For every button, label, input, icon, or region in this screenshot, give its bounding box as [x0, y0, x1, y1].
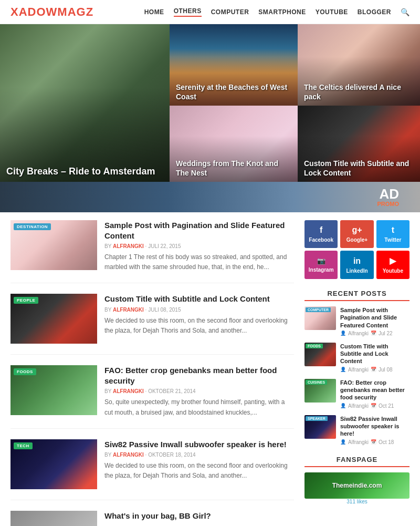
hero-grid: City Breaks – Ride to Amsterdam Serenity… — [0, 24, 420, 182]
post-thumb-3[interactable]: FOODS — [10, 365, 97, 415]
post-excerpt-3: So, quite unexpectedly, my brother found… — [104, 397, 294, 417]
person-icon: 👤 — [340, 439, 346, 445]
person-icon: 👤 — [340, 367, 346, 372]
fanspage-thumb[interactable]: Themeindie.com — [304, 472, 410, 499]
recent-thumb-3[interactable]: CUISINES — [304, 379, 336, 403]
instagram-label: Instagram — [309, 267, 334, 273]
recent-info-3: FAO: Better crop genebanks mean better f… — [340, 379, 410, 409]
search-icon[interactable]: 🔍 — [401, 8, 410, 16]
post-thumb-2[interactable]: PEOPLE — [10, 294, 97, 344]
recent-thumb-4[interactable]: SPEAKER — [304, 415, 336, 439]
recent-post-item: COMPUTER Sample Post with Pagination and… — [304, 306, 410, 336]
nav-smartphone[interactable]: SMARTPHONE — [258, 8, 306, 16]
hero-amsterdam-title: City Breaks – Ride to Amsterdam — [6, 166, 163, 178]
recent-thumb-1[interactable]: COMPUTER — [304, 306, 336, 330]
hero-westcoast[interactable]: Serenity at the Beaches of West Coast — [170, 24, 298, 106]
hero-wedding-title: Weddings from The Knot and The Nest — [176, 159, 291, 178]
googleplus-button[interactable]: g+ Google+ — [340, 220, 373, 248]
ad-banner: AD PROMO — [0, 182, 420, 212]
linkedin-label: LinkedIn — [346, 268, 368, 274]
facebook-icon: f — [320, 225, 322, 235]
post-content-1: Sample Post with Pagination and Slide Fe… — [104, 220, 294, 272]
recent-badge-1: COMPUTER — [306, 307, 331, 312]
hero-headphones[interactable]: Custom Title with Subtitle and Lock Cont… — [298, 106, 420, 182]
post-title-4[interactable]: Siw82 Passive Inwall subwoofer speaker i… — [104, 439, 294, 450]
nav-home[interactable]: HOME — [144, 8, 164, 16]
logo-black: XADOW — [10, 5, 57, 18]
main-nav: HOME OTHERS COMPUTER SMARTPHONE YOUTUBE … — [144, 7, 410, 17]
facebook-button[interactable]: f Facebook — [304, 220, 338, 248]
post-excerpt-1: Chapter 1 The rest of his body was so st… — [104, 252, 294, 272]
recent-badge-2: FOODS — [306, 344, 323, 348]
instagram-icon: 📷 — [317, 257, 326, 265]
post-author-1[interactable]: ALFRANGKI — [113, 243, 144, 249]
post-badge-1: DESTINATION — [14, 223, 51, 230]
post-title-5[interactable]: What's in your bag, BB Girl? — [104, 511, 294, 521]
recent-info-4: Siw82 Passive Inwall subwoofer speaker i… — [340, 415, 410, 445]
hero-headphones-title: Custom Title with Subtitle and Lock Cont… — [304, 159, 414, 178]
recent-post-item: FOODS Custom Title with Subtitle and Loc… — [304, 343, 410, 373]
recent-title-1[interactable]: Sample Post with Pagination and Slide Fe… — [340, 306, 410, 329]
hero-wedding[interactable]: Weddings from The Knot and The Nest — [170, 106, 298, 182]
recent-meta-4: 👤 Alfrangki 📅 Oct 18 — [340, 439, 410, 445]
post-content-4: Siw82 Passive Inwall subwoofer speaker i… — [104, 439, 294, 489]
post-item: TECH Siw82 Passive Inwall subwoofer spea… — [10, 439, 294, 500]
post-meta-3: BY ALFRANGKI · OKTOBER 21, 2014 — [104, 388, 294, 394]
recent-title-2[interactable]: Custom Title with Subtitle and Lock Cont… — [340, 343, 410, 365]
post-content-5: What's in your bag, BB Girl? — [104, 511, 294, 526]
hero-amsterdam[interactable]: City Breaks – Ride to Amsterdam — [0, 24, 170, 182]
post-thumb-4[interactable]: TECH — [10, 439, 97, 489]
instagram-button[interactable]: 📷 Instagram — [304, 251, 338, 279]
twitter-button[interactable]: t Twitter — [376, 220, 410, 248]
post-content-2: Custom Title with Subtitle and Lock Cont… — [104, 294, 294, 344]
calendar-icon: 📅 — [371, 439, 376, 445]
post-badge-4: TECH — [14, 442, 33, 449]
twitter-icon: t — [392, 225, 394, 235]
post-author-4[interactable]: ALFRANGKI — [113, 452, 144, 458]
ad-content: AD PROMO — [377, 187, 399, 207]
linkedin-button[interactable]: in LinkedIn — [340, 251, 373, 279]
recent-meta-2: 👤 Alfrangki 📅 Jul 08 — [340, 367, 410, 373]
logo[interactable]: XADOWMAGZ — [10, 5, 93, 19]
sidebar: f Facebook g+ Google+ t Twitter 📷 Instag… — [304, 220, 410, 526]
recent-info-2: Custom Title with Subtitle and Lock Cont… — [340, 343, 410, 373]
hero-westcoast-title: Serenity at the Beaches of West Coast — [176, 82, 291, 101]
hero-celtics[interactable]: The Celtics delivered A nice pack — [298, 24, 420, 106]
fanspage-section: FANSPAGE Themeindie.com 311 likes — [304, 456, 410, 504]
recent-posts-title: RECENT POSTS — [304, 290, 410, 301]
post-title-1[interactable]: Sample Post with Pagination and Slide Fe… — [104, 220, 294, 241]
post-thumb-1[interactable]: DESTINATION — [10, 220, 97, 270]
nav-computer[interactable]: COMPUTER — [211, 8, 249, 16]
youtube-button[interactable]: ▶ Youtube — [376, 251, 410, 279]
recent-meta-1: 👤 Alfrangki 📅 Jul 22 — [340, 331, 410, 336]
post-excerpt-2: We decided to use this room, on the seco… — [104, 316, 294, 336]
nav-blogger[interactable]: BLOGGER — [358, 8, 391, 16]
nav-others[interactable]: OTHERS — [174, 7, 202, 17]
post-thumb-5[interactable] — [10, 511, 97, 526]
calendar-icon: 📅 — [371, 331, 376, 336]
recent-thumb-2[interactable]: FOODS — [304, 343, 336, 366]
linkedin-icon: in — [353, 256, 361, 266]
hero-celtics-title: The Celtics delivered A nice pack — [304, 82, 414, 101]
recent-badge-4: SPEAKER — [306, 416, 328, 421]
nav-youtube[interactable]: YOUTUBE — [316, 8, 348, 16]
calendar-icon: 📅 — [371, 403, 376, 408]
post-author-2[interactable]: ALFRANGKI — [113, 307, 144, 313]
social-buttons: f Facebook g+ Google+ t Twitter 📷 Instag… — [304, 220, 410, 279]
calendar-icon: 📅 — [371, 367, 376, 372]
fanspage-site-name: Themeindie.com — [332, 482, 382, 489]
post-item: DESTINATION Sample Post with Pagination … — [10, 220, 294, 283]
twitter-label: Twitter — [384, 237, 401, 243]
recent-title-4[interactable]: Siw82 Passive Inwall subwoofer speaker i… — [340, 415, 410, 438]
post-excerpt-4: We decided to use this room, on the seco… — [104, 461, 294, 481]
post-title-3[interactable]: FAO: Better crop genebanks mean better f… — [104, 365, 294, 386]
post-title-2[interactable]: Custom Title with Subtitle and Lock Cont… — [104, 294, 294, 304]
post-meta-1: BY ALFRANGKI · JULI 22, 2015 — [104, 243, 294, 249]
header: XADOWMAGZ HOME OTHERS COMPUTER SMARTPHON… — [0, 0, 420, 24]
recent-info-1: Sample Post with Pagination and Slide Fe… — [340, 306, 410, 336]
post-author-3[interactable]: ALFRANGKI — [113, 388, 144, 394]
googleplus-label: Google+ — [346, 237, 368, 243]
post-badge-2: PEOPLE — [14, 297, 38, 304]
recent-title-3[interactable]: FAO: Better crop genebanks mean better f… — [340, 379, 410, 401]
youtube-icon: ▶ — [390, 256, 396, 266]
